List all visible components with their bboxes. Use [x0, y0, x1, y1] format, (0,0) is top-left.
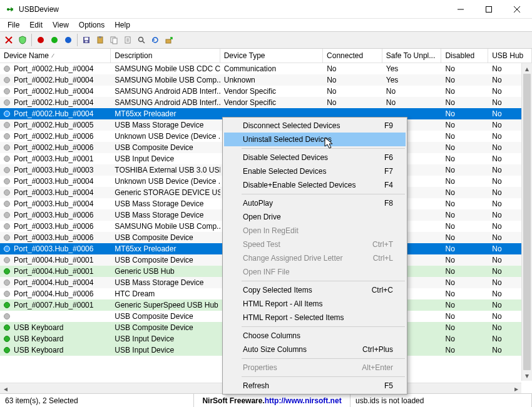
cell: MT65xx Preloader [111, 109, 220, 118]
menu-file[interactable]: File [3, 19, 24, 31]
export-icon[interactable] [163, 34, 175, 46]
refresh-icon[interactable] [149, 34, 161, 46]
close-red-icon[interactable] [3, 34, 15, 46]
col-usb-hub[interactable]: USB Hub [488, 49, 532, 63]
menu-item[interactable]: Disconnect Selected DevicesF9 [224, 119, 406, 133]
svg-point-4 [65, 37, 71, 43]
cell: USB Input Device [111, 334, 220, 343]
scroll-thumb[interactable] [523, 74, 531, 370]
save-icon[interactable] [80, 34, 93, 46]
status-dot-icon [4, 122, 10, 128]
svg-rect-1 [486, 6, 491, 12]
menu-item-label: Disable Selected Devices [243, 153, 328, 162]
col-disabled[interactable]: Disabled [441, 49, 488, 63]
scroll-right-icon[interactable]: ▸ [511, 383, 521, 394]
cell: SAMSUNG Mobile USB Comp... [111, 76, 220, 84]
scroll-up-icon[interactable]: ▴ [522, 63, 532, 74]
menu-separator [242, 376, 405, 377]
cell: USB Composite Device [111, 233, 220, 242]
cell: No [441, 132, 488, 141]
toolbar-sep-1 [31, 34, 32, 46]
find-icon[interactable] [135, 34, 148, 46]
table-row[interactable]: Port_#0002.Hub_#0004SAMSUNG Mobile USB C… [0, 63, 532, 74]
dot-blue-icon[interactable] [62, 34, 74, 46]
cell: USB Composite Device [111, 143, 220, 152]
menu-view[interactable]: View [48, 19, 74, 31]
menu-item[interactable]: RefreshF5 [224, 379, 406, 393]
scroll-left-icon[interactable]: ◂ [0, 383, 11, 394]
cell: Port_#0002.Hub_#0006 [0, 132, 111, 141]
shield-icon[interactable] [16, 34, 29, 46]
status-dot-icon [4, 257, 10, 263]
cell: Port_#0002.Hub_#0005 [0, 121, 111, 129]
doc-copy-icon[interactable] [108, 34, 120, 46]
table-row[interactable]: Port_#0002.Hub_#0004SAMSUNG Mobile USB C… [0, 74, 532, 86]
menu-item: Change Assigned Drive LetterCtrl+L [224, 251, 406, 265]
table-row[interactable]: Port_#0002.Hub_#0004SAMSUNG Android ADB … [0, 86, 532, 97]
clipboard-icon[interactable] [94, 34, 106, 46]
status-dot-icon [4, 88, 10, 94]
menu-item-shortcut: F4 [384, 181, 393, 189]
menu-item-label: Change Assigned Drive Letter [243, 254, 342, 263]
menu-item-shortcut: Ctrl+L [373, 254, 393, 263]
menu-item-label: AutoPlay [243, 199, 273, 208]
menu-separator [242, 194, 405, 194]
menu-separator [242, 281, 405, 281]
menu-item[interactable]: AutoPlayF8 [224, 196, 406, 210]
status-dot-icon [4, 268, 10, 274]
menu-item[interactable]: Open Drive [224, 210, 406, 224]
menu-item-shortcut: Alt+Enter [362, 363, 393, 372]
menu-item-label: Auto Size Columns [243, 345, 307, 354]
menu-help[interactable]: Help [110, 19, 135, 31]
dot-red-icon[interactable] [34, 34, 47, 46]
menu-item[interactable]: Disable+Enable Selected DevicesF4 [224, 178, 406, 192]
cell: Port_#0003.Hub_#0001 [0, 154, 111, 163]
cell: Port_#0003.Hub_#0006 [0, 233, 111, 242]
svg-rect-6 [84, 38, 88, 40]
col-safe[interactable]: Safe To Unpl... [382, 49, 442, 63]
window-title: USBDeview [19, 5, 446, 14]
doc-icon[interactable] [121, 34, 134, 46]
menu-item[interactable]: Copy Selected ItemsCtrl+C [224, 283, 406, 297]
cell: Port_#0002.Hub_#0006 [0, 143, 111, 152]
cell: Unknown [220, 76, 323, 84]
menubar: File Edit View Options Help [0, 19, 532, 31]
table-row[interactable]: Port_#0002.Hub_#0004SAMSUNG Android ADB … [0, 97, 532, 108]
menu-options[interactable]: Options [74, 19, 110, 31]
menu-edit[interactable]: Edit [24, 19, 48, 31]
status-dot-icon [4, 156, 10, 162]
toolbar-sep-2 [77, 34, 78, 46]
status-dot-icon [4, 313, 10, 319]
maximize-button[interactable] [474, 0, 503, 18]
context-menu[interactable]: Disconnect Selected DevicesF9Uninstall S… [222, 117, 407, 394]
menu-item[interactable]: Enable Selected DevicesF7 [224, 164, 406, 178]
menu-item[interactable]: HTML Report - Selected Items [224, 311, 406, 324]
cell: USB Mass Storage Device [111, 278, 220, 287]
cell: USB Composite Device [111, 256, 220, 264]
minimize-button[interactable] [446, 0, 474, 18]
close-button[interactable] [503, 0, 531, 18]
maximize-icon [486, 6, 492, 13]
col-device-type[interactable]: Device Type [220, 49, 323, 63]
cell: Port_#0003.Hub_#0006 [0, 244, 111, 253]
menu-item[interactable]: Auto Size ColumnsCtrl+Plus [224, 343, 406, 356]
menu-item[interactable]: Uninstall Selected Devices [224, 133, 406, 146]
scroll-track[interactable] [522, 74, 532, 370]
cell: Port_#0003.Hub_#0004 [0, 199, 111, 208]
titlebar: USBDeview [0, 0, 532, 19]
cell: Port_#0003.Hub_#0004 [0, 177, 111, 186]
toolbar [0, 31, 532, 49]
brand-link[interactable]: http://www.nirsoft.net [265, 396, 342, 405]
col-description[interactable]: Description [111, 49, 220, 63]
status-dot-icon [4, 178, 10, 184]
status-dot-icon [4, 189, 10, 196]
col-device-name[interactable]: Device Name⁄ [0, 49, 111, 63]
col-connected[interactable]: Connected [323, 49, 382, 63]
vertical-scrollbar[interactable]: ▴ ▾ [521, 63, 532, 381]
menu-item[interactable]: Disable Selected DevicesF6 [224, 151, 406, 164]
menu-item[interactable]: Choose Columns [224, 329, 406, 343]
scroll-down-icon[interactable]: ▾ [522, 370, 532, 381]
dot-green-icon[interactable] [48, 34, 61, 46]
cell: USB Mass Storage Device [111, 199, 220, 208]
menu-item[interactable]: HTML Report - All Items [224, 297, 406, 311]
